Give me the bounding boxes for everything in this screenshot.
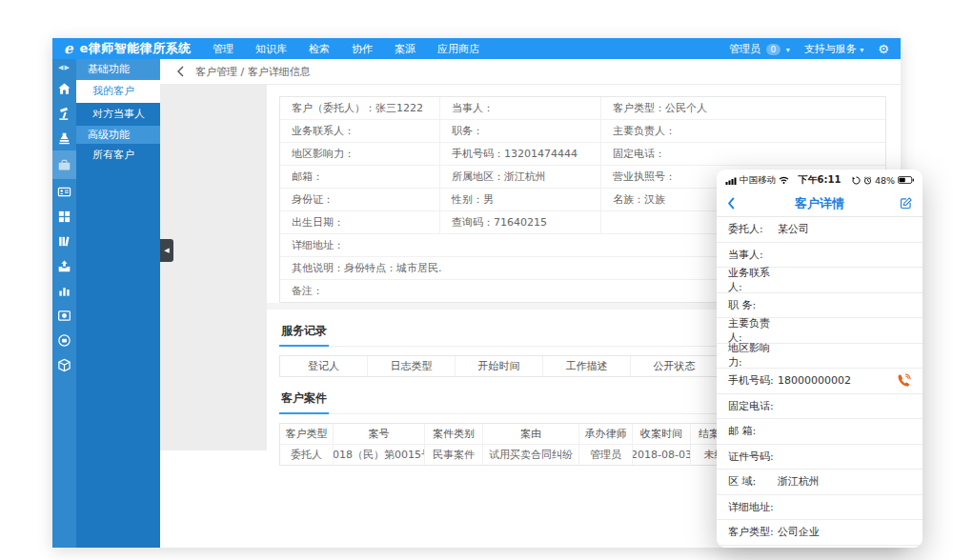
list-item: 当事人: — [717, 243, 923, 269]
phone-back-chevron-icon[interactable] — [726, 196, 736, 210]
menu-item-app-store[interactable]: 应用商店 — [437, 42, 479, 56]
menu-item-collaborate[interactable]: 协作 — [352, 42, 373, 56]
col-start-time: 开始时间 — [456, 356, 543, 376]
form-row: 客户（委托人）：张三1222 当事人： 客户类型：公民个人 — [280, 97, 885, 120]
list-item: 地区影响力: — [717, 344, 923, 370]
breadcrumb: 客户管理 / 客户详细信息 — [195, 65, 311, 79]
row-label: 当事人: — [728, 248, 778, 262]
user-dropdown[interactable]: 管理员 0 ▾ — [729, 42, 790, 56]
back-chevron-icon[interactable] — [176, 66, 185, 77]
row-label: 邮 箱: — [728, 424, 778, 438]
menu-item-case-source[interactable]: 案源 — [395, 42, 416, 56]
battery-percent: 48% — [875, 175, 895, 186]
stamp-icon[interactable] — [52, 126, 76, 150]
list-item: 详细地址: — [717, 495, 923, 521]
field-birth-date: 出生日期： — [280, 211, 440, 233]
client-cases-title: 客户案件 — [279, 388, 329, 414]
field-landline: 固定电话： — [601, 143, 885, 165]
list-item: 固定电话: — [717, 394, 923, 420]
row-label: 手机号码: — [728, 373, 778, 388]
field-party: 当事人： — [440, 97, 601, 119]
chevron-down-icon: ▾ — [860, 46, 863, 54]
sidebar-section-basic: 基础功能 — [76, 59, 160, 80]
briefcase-icon[interactable] — [52, 150, 76, 179]
app-logo-icon: e — [64, 40, 73, 57]
row-label: 固定电话: — [728, 399, 778, 413]
edit-icon[interactable] — [899, 196, 913, 210]
menu-item-search[interactable]: 检索 — [309, 42, 330, 56]
cube-icon[interactable] — [52, 352, 76, 377]
collapsed-list-panel — [160, 85, 267, 450]
top-navbar: e e律师智能律所系统 管理 知识库 检索 协作 案源 应用商店 管理员 0 ▾… — [52, 38, 901, 59]
notification-badge: 0 — [766, 44, 781, 55]
phone-header: 客户详情 — [717, 190, 923, 217]
gallery-icon[interactable] — [52, 303, 76, 328]
field-main-manager: 主要负责人： — [601, 120, 885, 142]
field-mobile: 手机号码：13201474444 — [440, 143, 601, 165]
field-query-code: 查询码：71640215 — [440, 211, 601, 233]
home-icon[interactable] — [52, 76, 76, 101]
record-icon[interactable] — [52, 328, 76, 352]
gear-icon[interactable]: ⚙ — [878, 42, 889, 56]
phone-detail-list: 委托人: 某公司 当事人: 业务联系人: 职 务: 主要负责人: 地区影响力: — [717, 217, 923, 548]
list-item: 区 域: 浙江杭州 — [717, 470, 923, 495]
navbar-right: 管理员 0 ▾ 支持与服务 ▾ ⚙ — [729, 42, 889, 56]
phone-page-title: 客户详情 — [717, 195, 923, 212]
rail-collapse-icon[interactable]: ◀▶ — [52, 59, 76, 76]
field-email: 邮箱： — [280, 166, 440, 188]
secondary-sidebar: 基础功能 我的客户 对方当事人 高级功能 所有客户 ◀ — [76, 59, 160, 548]
sidebar-collapse-handle[interactable]: ◀ — [160, 239, 173, 262]
orientation-lock-icon — [852, 176, 861, 185]
top-menu: 管理 知识库 检索 协作 案源 应用商店 — [213, 42, 479, 56]
menu-item-knowledge[interactable]: 知识库 — [255, 42, 287, 56]
cell-client-type: 委托人 — [280, 445, 334, 465]
col-case-no: 案号 — [334, 424, 425, 444]
col-case-category: 案件类别 — [425, 424, 483, 444]
row-label: 地区影响力: — [728, 341, 778, 370]
col-cause: 案由 — [483, 424, 579, 444]
row-label: 主要负责人: — [728, 316, 778, 345]
menu-item-manage[interactable]: 管理 — [213, 42, 233, 56]
col-work-desc: 工作描述 — [543, 356, 631, 376]
cell-case-no: 2018（民）第0015号 — [334, 445, 425, 465]
field-client-type: 客户类型：公民个人 — [601, 97, 885, 119]
library-icon[interactable] — [52, 229, 76, 253]
sidebar-item-opposing-party[interactable]: 对方当事人 — [76, 103, 160, 126]
support-dropdown[interactable]: 支持与服务 ▾ — [804, 42, 864, 56]
phone-status-bar: 中国移动 下午6:11 48% — [717, 170, 923, 190]
sidebar-item-my-clients[interactable]: 我的客户 — [76, 80, 160, 103]
bar-chart-icon[interactable] — [52, 278, 76, 303]
chevron-down-icon: ▾ — [786, 46, 790, 54]
row-label: 证件号码: — [728, 450, 778, 464]
list-item: 业务联系人: — [717, 268, 923, 293]
icon-rail: ◀▶ — [52, 59, 76, 548]
cell-case-category: 民事案件 — [425, 445, 483, 465]
list-item: 职 务: — [717, 293, 923, 319]
call-icon[interactable] — [897, 373, 911, 388]
col-registrant: 登记人 — [280, 356, 368, 376]
support-label: 支持与服务 — [804, 43, 857, 55]
gavel-icon[interactable] — [52, 101, 76, 126]
col-lawyer: 承办律师 — [579, 424, 633, 444]
col-public-status: 公开状态 — [631, 356, 719, 376]
battery-icon — [898, 176, 914, 184]
field-region: 所属地区：浙江杭州 — [440, 166, 601, 188]
field-business-contact: 业务联系人： — [280, 120, 440, 142]
upload-box-icon[interactable] — [52, 253, 76, 278]
row-label: 详细地址: — [728, 500, 778, 514]
mobile-preview: 中国移动 下午6:11 48% 客户详情 委托人: 某公司 — [717, 170, 923, 548]
row-label: 业务联系人: — [728, 266, 778, 294]
row-label: 职 务: — [728, 298, 778, 312]
col-log-type: 日志类型 — [368, 356, 456, 376]
list-item: 委托人: 某公司 — [717, 217, 923, 243]
cell-cause: 试用买卖合同纠纷 — [483, 445, 579, 465]
row-value: 某公司 — [778, 222, 911, 236]
row-label: 区 域: — [728, 474, 778, 489]
sidebar-item-all-clients[interactable]: 所有客户 — [76, 144, 160, 167]
field-id-card: 身份证： — [280, 189, 440, 210]
user-name: 管理员 — [729, 43, 760, 55]
sidebar-section-advanced: 高级功能 — [76, 126, 160, 144]
grid-icon[interactable] — [52, 204, 76, 229]
id-card-icon[interactable] — [52, 179, 76, 204]
field-client: 客户（委托人）：张三1222 — [280, 97, 440, 119]
